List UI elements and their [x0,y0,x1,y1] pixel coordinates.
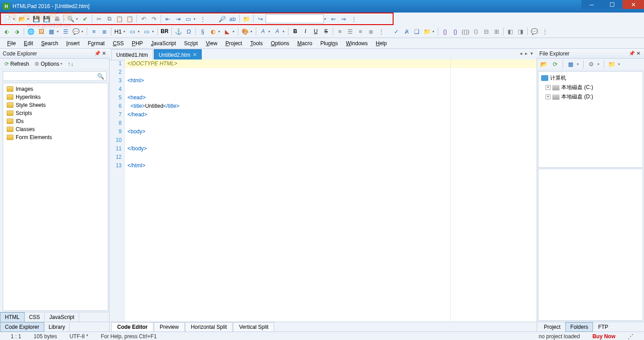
grip2-icon[interactable]: ⋮ [349,14,359,24]
list-ul-icon[interactable]: ≡ [89,26,99,36]
globe-icon[interactable]: 🌐 [26,26,36,36]
save-icon[interactable]: 💾 [31,14,41,24]
tree-item[interactable]: IDs [4,117,107,125]
refresh-button[interactable]: ⟳Refresh [3,60,31,68]
bracket2-icon[interactable]: ⟨⟩ [471,26,481,36]
highlight-icon[interactable]: ◣ [222,26,232,36]
menu-plugins[interactable]: Plugins [317,39,341,48]
underline-icon[interactable]: U [311,26,321,36]
paste-special-icon[interactable]: 📋 [125,14,135,24]
br-icon[interactable]: BR [160,26,169,36]
find-in-files-icon[interactable]: 📁 [242,14,251,24]
folder2-icon[interactable]: 📁 [422,26,432,36]
menu-css[interactable]: CSS [109,39,127,48]
tree-item[interactable]: Form Elements [4,133,107,141]
view-code-editor[interactable]: Code Editor [111,322,153,332]
div-icon[interactable]: ▭ [127,26,137,36]
menu-view[interactable]: View [202,39,221,48]
close-button[interactable]: ✕ [623,0,644,9]
menu-file[interactable]: File [4,39,19,48]
find-prev-icon[interactable]: ⇐ [328,14,338,24]
undo-icon[interactable]: ↶ [139,14,148,24]
validate-icon[interactable]: ✓ [391,26,401,36]
tab-next-icon[interactable]: ▸ [524,51,529,56]
tab-menu-icon[interactable]: ▾ [530,51,534,56]
fe-close-icon[interactable]: ✕ [635,51,641,56]
align-left-icon[interactable]: ≡ [335,26,345,36]
grip-icon[interactable]: ⋮ [198,14,208,24]
open-file-icon[interactable]: 📂 [17,14,27,24]
tree-item[interactable]: Images [4,85,107,93]
pin-icon[interactable]: 📌 [94,51,101,56]
fe-drive-c[interactable]: + 本地磁盘 (C:) [539,83,642,92]
image-icon[interactable]: 🖼 [36,26,46,36]
zoom-icon[interactable]: 🔍 [66,14,76,24]
find-next-icon[interactable]: ⇒ [339,14,348,24]
form-icon[interactable]: ☰ [61,26,71,36]
code-editor[interactable]: 12345678910111213 <!DOCTYPE HTML><html><… [110,59,537,322]
char-icon[interactable]: Ω [184,26,194,36]
menu-edit[interactable]: Edit [20,39,37,48]
tree-item[interactable]: Classes [4,125,107,133]
fe-refresh-icon[interactable]: ⟳ [550,60,560,69]
italic-icon[interactable]: I [301,26,310,36]
brace1-icon[interactable]: {} [440,26,450,36]
menu-macro[interactable]: Macro [294,39,316,48]
snippet-icon[interactable]: ❏ [412,26,422,36]
new-file-icon[interactable]: 📄 [3,14,13,24]
tab-close-icon[interactable]: ✕ [193,52,197,58]
goto-icon[interactable]: ↪ [255,14,265,24]
panel-close-icon[interactable]: ✕ [101,51,107,56]
search-combo[interactable] [266,14,324,23]
spellcheck-icon[interactable]: ✔ [80,14,90,24]
fe-view-icon[interactable]: ▦ [566,60,576,69]
code-content[interactable]: <!DOCTYPE HTML><html><head> <title>Untit… [125,59,537,322]
align-justify-icon[interactable]: ≣ [366,26,376,36]
copy-icon[interactable]: ⧉ [104,14,114,24]
tab-ftp[interactable]: FTP [593,322,613,332]
align-right-icon[interactable]: ≡ [356,26,365,36]
tab-html[interactable]: HTML [0,312,25,322]
maximize-button[interactable]: ☐ [602,0,623,9]
format-code-icon[interactable]: A̷ [402,26,411,36]
indent-icon[interactable]: ⇥ [173,14,183,24]
menu-options[interactable]: Options [267,39,292,48]
options-button[interactable]: ⚙Options▾ [33,60,66,68]
code-explorer-search[interactable] [3,71,106,81]
find-icon[interactable]: 🔎 [217,14,227,24]
resize-grip-icon[interactable]: ⋰ [622,333,640,340]
expand-icon[interactable]: ⊞ [491,26,501,36]
paste-icon[interactable]: 📋 [114,14,124,24]
sort-button[interactable]: ↑↓ [68,60,73,67]
outdent-icon[interactable]: ⇤ [163,14,173,24]
tree-item[interactable]: Style Sheets [4,101,107,109]
wrap-icon[interactable]: ▭ [183,14,193,24]
strike-icon[interactable]: S [321,26,331,36]
tab-code-explorer[interactable]: Code Explorer [0,322,44,332]
menu-php[interactable]: PHP [128,39,147,48]
fe-drive-d[interactable]: + 本地磁盘 (D:) [539,92,642,102]
tab-css[interactable]: CSS [25,313,45,322]
collapse-icon[interactable]: ⊟ [481,26,491,36]
tab-project[interactable]: Project [539,322,565,332]
grip4-icon[interactable]: ⋮ [540,26,550,36]
grip3-icon[interactable]: ⋮ [376,26,386,36]
print-icon[interactable]: 🖶 [52,14,62,24]
tag-right-icon[interactable]: ⬗ [12,26,22,36]
brace2-icon[interactable]: {} [450,26,460,36]
expand-icon[interactable]: + [546,85,551,90]
fe-gear-icon[interactable]: ⚙ [586,60,596,69]
menu-javascript[interactable]: JavaScript [148,39,180,48]
menu-project[interactable]: Project [222,39,246,48]
tab-prev-icon[interactable]: ◂ [519,51,523,56]
save-all-icon[interactable]: 💾 [42,14,51,24]
replace-icon[interactable]: ab [228,14,237,24]
bracket1-icon[interactable]: (()) [461,26,470,36]
menu-search[interactable]: Search [38,39,62,48]
view-preview[interactable]: Preview [154,322,185,332]
table-icon[interactable]: ▦ [47,26,56,36]
script-icon[interactable]: § [198,26,208,36]
buy-now-link[interactable]: Buy Now [586,333,622,340]
color-picker-icon[interactable]: 🎨 [240,26,250,36]
fontsize-icon[interactable]: A [272,26,282,36]
